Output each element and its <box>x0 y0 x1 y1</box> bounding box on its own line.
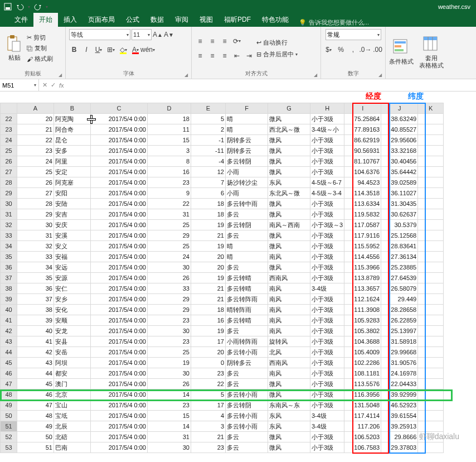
cell[interactable]: 18 <box>191 199 226 209</box>
cell[interactable]: 北碚 <box>54 432 91 442</box>
cell[interactable]: 29 <box>148 305 191 315</box>
cell[interactable]: 22.04433 <box>381 379 418 389</box>
cell[interactable]: 安源 <box>54 273 91 283</box>
cell[interactable] <box>418 347 444 358</box>
row-header[interactable]: 40 <box>1 305 17 315</box>
cell[interactable]: 西北风～微 <box>268 124 310 135</box>
cell[interactable]: 晴 <box>226 124 268 135</box>
cell[interactable]: 小于3级 <box>310 167 344 177</box>
table-row[interactable]: 4846北京2017/5/4 0:00145多云转小雨微风小于3级116.395… <box>1 389 444 400</box>
decrease-font-icon[interactable]: A▼ <box>164 30 174 40</box>
cell[interactable]: 113.5576 <box>344 379 381 389</box>
cell[interactable]: 小于3级 <box>310 347 344 358</box>
cell[interactable]: 微风 <box>268 389 310 400</box>
cell[interactable]: 30 <box>148 368 191 379</box>
align-middle-icon[interactable]: ≡ <box>207 36 217 46</box>
cell[interactable]: 南风 <box>268 305 310 315</box>
cell[interactable]: 31.90576 <box>381 358 418 368</box>
cell[interactable]: 27 <box>17 188 54 199</box>
cell[interactable]: 116.3956 <box>344 389 381 400</box>
cell[interactable]: 2017/5/4 0:00 <box>91 294 148 305</box>
table-row[interactable]: 2927安阳2017/5/4 0:0096小雨东北风～微4-5级～3-4114.… <box>1 188 444 199</box>
col-header-I[interactable]: I <box>344 103 381 114</box>
cell[interactable] <box>418 188 444 199</box>
table-row[interactable]: 3735安源2017/5/4 0:002619多云转晴西南风小于3级113.87… <box>1 273 444 283</box>
cell[interactable]: 4 <box>191 411 226 421</box>
cell[interactable]: 安阳 <box>54 188 91 199</box>
table-row[interactable]: 3937安乡2017/5/4 0:002921多云转阵雨南风小于3级112.16… <box>1 294 444 305</box>
cell[interactable]: 安仁 <box>54 283 91 294</box>
col-header-J[interactable]: J <box>381 103 418 114</box>
cell[interactable]: 20 <box>191 347 226 358</box>
cell[interactable]: 多云 <box>226 326 268 336</box>
cell[interactable]: 安岳 <box>54 347 91 358</box>
table-row[interactable]: 4038安化2017/5/4 0:002918晴转阵雨南风小于3级111.390… <box>1 305 444 315</box>
indent-increase-icon[interactable]: ⇥ <box>244 51 254 61</box>
cell[interactable]: 25 <box>17 167 54 177</box>
cell[interactable]: 18 <box>148 114 191 124</box>
cell[interactable]: 25.12568 <box>381 230 418 241</box>
italic-button[interactable]: I <box>81 45 91 55</box>
cell[interactable]: 115.3966 <box>344 262 381 273</box>
cell[interactable]: 微风 <box>268 156 310 167</box>
cell[interactable]: 小于3级 <box>310 305 344 315</box>
cell[interactable]: 25 <box>148 220 191 230</box>
cell[interactable]: 21 <box>191 432 226 442</box>
row-header[interactable]: 42 <box>1 326 17 336</box>
table-row[interactable]: 2220阿克陶2017/5/4 0:00185晴微风小于3级75.2586438… <box>1 114 444 124</box>
row-header[interactable]: 22 <box>1 114 17 124</box>
cell[interactable]: 2017/5/4 0:00 <box>91 209 148 220</box>
cell[interactable] <box>418 135 444 146</box>
cell[interactable]: 30 <box>148 326 191 336</box>
cell[interactable]: 31 <box>148 209 191 220</box>
clipboard-dialog-icon[interactable]: ◢ <box>59 73 62 78</box>
row-header[interactable]: 45 <box>1 358 17 368</box>
cell[interactable]: 多云 <box>226 262 268 273</box>
cell[interactable]: 2017/5/4 0:00 <box>91 146 148 156</box>
save-icon[interactable] <box>3 2 12 11</box>
cell[interactable]: 微风 <box>268 241 310 252</box>
cell[interactable]: 131.5048 <box>344 400 381 411</box>
tab-公式[interactable]: 公式 <box>120 13 145 27</box>
cell[interactable]: 2017/5/4 0:00 <box>91 177 148 188</box>
cell[interactable]: 多云 <box>226 368 268 379</box>
table-row[interactable]: 3230安庆2017/5/4 0:002519多云转阴南风～西南小于3级～311… <box>1 220 444 230</box>
cell[interactable]: 阴转多云 <box>226 358 268 368</box>
align-dialog-icon[interactable]: ◢ <box>314 73 317 78</box>
cell[interactable]: 23 <box>148 177 191 188</box>
table-row[interactable]: 4442安岳2017/5/4 0:002520多云转小雨北风小于3级105.40… <box>1 347 444 358</box>
row-header[interactable]: 37 <box>1 273 17 283</box>
cell[interactable]: 30.62637 <box>381 209 418 220</box>
table-row[interactable]: 5250北碚2017/5/4 0:003121多云微风小于3级106.52032… <box>1 432 444 442</box>
row-header[interactable]: 28 <box>1 177 17 188</box>
cell[interactable]: 安远 <box>54 262 91 273</box>
enter-formula-icon[interactable]: ✓ <box>51 81 56 89</box>
cell[interactable]: 117.206 <box>344 421 381 432</box>
cell[interactable]: 19 <box>191 220 226 230</box>
cell[interactable]: 113.3657 <box>344 283 381 294</box>
row-header[interactable]: 44 <box>1 347 17 358</box>
cell[interactable]: 3-4级 <box>310 411 344 421</box>
cell[interactable]: 多云转晴 <box>226 315 268 326</box>
cell[interactable]: 29.95606 <box>381 135 418 146</box>
cell[interactable] <box>418 283 444 294</box>
cell[interactable]: 115.5952 <box>344 241 381 252</box>
cell[interactable]: 2017/5/4 0:00 <box>91 156 148 167</box>
cell[interactable]: 小于3级 <box>310 358 344 368</box>
row-header[interactable]: 27 <box>1 167 17 177</box>
table-row[interactable]: 2321阿合奇2017/5/4 0:00112晴西北风～微3-4级～小77.89… <box>1 124 444 135</box>
cell[interactable] <box>418 114 444 124</box>
cell[interactable]: 106.7583 <box>344 442 381 453</box>
cell[interactable] <box>418 273 444 283</box>
number-format-select[interactable]: 常规▾ <box>326 29 381 40</box>
increase-decimal-icon[interactable]: .0→ <box>361 45 371 55</box>
cell[interactable]: 阴转多云 <box>226 135 268 146</box>
cell[interactable]: 南风 <box>268 315 310 326</box>
cell[interactable]: 多云转阴 <box>226 156 268 167</box>
cell[interactable] <box>418 294 444 305</box>
row-header[interactable]: 24 <box>1 135 17 146</box>
cell[interactable] <box>418 421 444 432</box>
cell[interactable]: 小于3级 <box>310 252 344 262</box>
font-color-button[interactable]: A▾ <box>130 45 140 55</box>
cell[interactable]: 36 <box>17 283 54 294</box>
